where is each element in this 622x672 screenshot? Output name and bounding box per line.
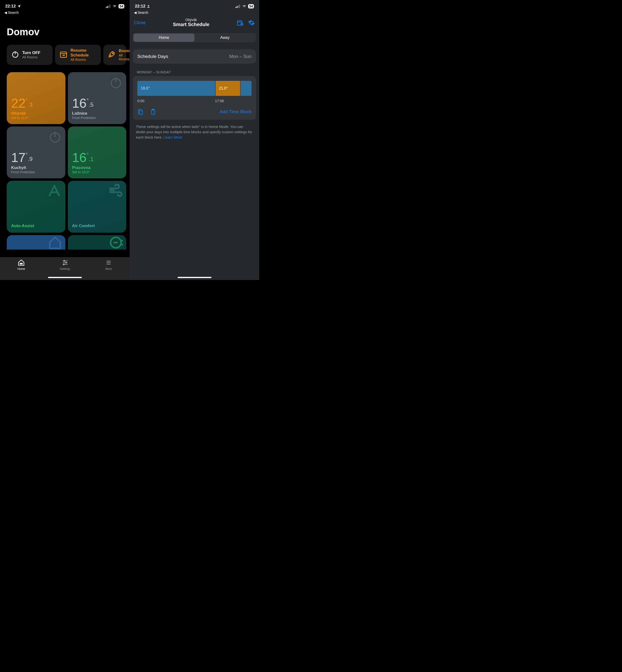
action-resume-schedule[interactable]: Resume Schedule All Rooms [55,45,101,65]
svg-point-20 [65,262,67,263]
sliders-icon [62,259,69,266]
wifi-icon [112,5,117,8]
schedule-days-label: Schedule Days [137,54,168,59]
room-tile-obyvak[interactable]: 22°.3 Obývák Set to 22.0° [7,72,65,124]
mode-segment: Home Away [133,33,256,42]
status-time: 22:12 [5,4,16,9]
location-arrow-icon [17,4,21,8]
learn-more-link[interactable]: Learn More [163,135,182,139]
nav-subtitle: Obývák [146,18,237,22]
time-block-1[interactable]: 18.0° [137,81,215,96]
home-screen: 22:12 54 ◀ Search Domov Turn OFF All Roo… [0,0,130,280]
paste-icon[interactable] [150,109,156,115]
svg-rect-27 [237,6,238,8]
action-turn-off[interactable]: Turn OFF All Rooms [7,45,53,65]
action-title: Resume Schedule [70,48,97,58]
room-tile-kuchyn[interactable]: 17°.9 Kuchyň Frost Protection [7,127,65,178]
action-boost[interactable]: Boost All Rooms [103,45,126,65]
letter-a-icon [46,183,62,200]
timeline[interactable]: 18.0° 21.0° [137,81,251,96]
nav-title: Smart Schedule [146,22,237,27]
svg-rect-33 [139,111,143,114]
svg-rect-6 [60,52,67,58]
svg-point-8 [112,53,113,54]
time-axis: 0:00 17:00 [137,99,251,103]
cellular-icon [106,5,111,8]
menu-icon [105,259,112,266]
status-time: 22:12 [135,4,145,9]
svg-rect-26 [236,7,236,8]
back-to-search[interactable]: ◀ Search [0,10,130,17]
svg-point-25 [148,5,149,6]
feature-tile-partial-right[interactable] [68,235,127,249]
calendar-share-icon[interactable] [237,19,243,26]
action-sub: All Rooms [22,55,40,59]
schedule-screen: 22:12 54 ◀ Search Close Obývák Smart Sch… [130,0,259,280]
power-icon [11,50,19,59]
wifi-icon [242,5,247,8]
rocket-icon [108,50,116,59]
action-title: Boost [119,48,130,53]
segment-home[interactable]: Home [134,34,195,42]
home-icon [18,259,25,266]
copy-icon[interactable] [137,109,144,115]
status-bar: 22:12 54 [0,0,130,10]
tab-more[interactable]: More [105,259,112,280]
svg-point-21 [63,264,64,265]
add-time-block-button[interactable]: Add Time Block [220,109,251,114]
svg-rect-3 [110,5,110,8]
gear-icon[interactable] [248,19,255,26]
house-icon [48,236,62,250]
room-tile-pracovna[interactable]: 16°.1 Pracovna Set to 16.0° [68,127,127,178]
svg-point-19 [64,260,65,261]
battery-indicator: 54 [118,4,124,8]
nav-bar: Close Obývák Smart Schedule [130,17,259,30]
home-indicator[interactable] [48,277,82,278]
feature-tile-auto-assist[interactable]: Auto-Assist [7,181,65,233]
svg-rect-2 [108,5,109,8]
power-icon [109,75,123,91]
schedule-timeline-card: 18.0° 21.0° 0:00 17:00 Add Time Block [133,76,256,120]
section-header: MONDAY – SUNDAY [130,68,259,76]
svg-rect-28 [238,5,239,8]
feature-tile-air-comfort[interactable]: Air Comfort [68,181,127,233]
calendar-arrow-icon [59,50,68,59]
svg-rect-1 [107,6,108,8]
segment-away[interactable]: Away [195,34,255,42]
action-sub: All Rooms [70,58,97,62]
battery-indicator: 54 [248,4,254,8]
home-indicator[interactable] [178,277,211,278]
action-title: Turn OFF [22,51,40,55]
quick-actions-row: Turn OFF All Rooms Resume Schedule All R… [0,45,130,72]
svg-rect-0 [106,7,107,8]
power-icon [48,130,62,145]
person-icon [147,5,150,8]
svg-rect-29 [239,5,240,8]
cellular-icon [236,5,240,8]
svg-rect-15 [22,263,23,264]
status-bar: 22:12 54 [130,0,259,10]
close-button[interactable]: Close [134,20,146,25]
feature-tile-partial-left[interactable] [7,235,65,249]
wind-icon [107,183,123,200]
footnote: These settings will be active when tado°… [130,122,259,140]
tab-home[interactable]: Home [18,259,25,280]
room-tiles: 22°.3 Obývák Set to 22.0° 16°.5 Ložnice … [0,72,130,249]
action-sub: All Rooms [119,53,130,61]
svg-rect-14 [20,263,21,264]
back-to-search[interactable]: ◀ Search [130,10,259,17]
page-title: Domov [0,17,130,45]
tab-bar: Home Settings More [0,257,130,280]
eco-e-icon [109,236,123,250]
schedule-days-card[interactable]: Schedule Days Mon – Sun [133,49,256,64]
time-block-2[interactable]: 21.0° [215,81,240,96]
time-block-3[interactable] [240,81,251,96]
schedule-days-value: Mon – Sun [229,54,251,59]
room-tile-loznice[interactable]: 16°.5 Ložnice Frost Protection [68,72,127,124]
